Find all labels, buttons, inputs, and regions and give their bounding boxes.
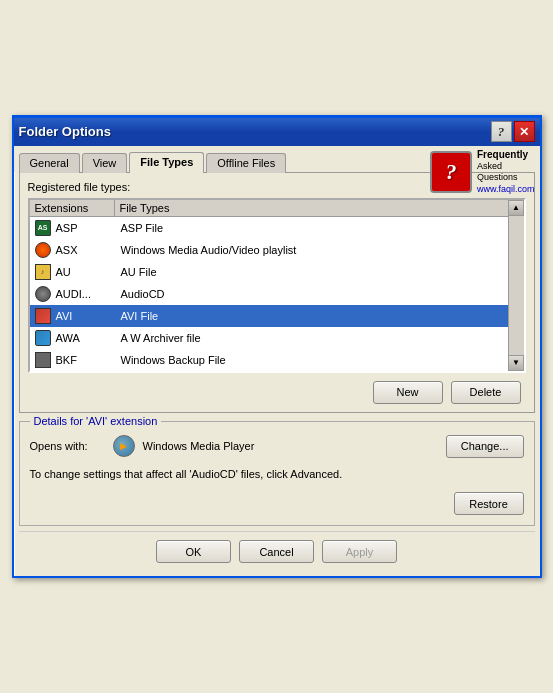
file-ext: AUDI... <box>53 288 118 300</box>
file-type: Windows Backup File <box>118 354 508 366</box>
footer-buttons: OK Cancel Apply <box>19 531 535 571</box>
table-row[interactable]: AUDI... AudioCD <box>30 283 508 305</box>
new-button[interactable]: New <box>373 381 443 404</box>
table-row[interactable]: ♪ AU AU File <box>30 261 508 283</box>
tab-offline-files[interactable]: Offline Files <box>206 153 286 173</box>
file-type: Windows Media Audio/Video playlist <box>118 244 508 256</box>
file-type-buttons: New Delete <box>28 381 526 404</box>
content-area: Registered file types: Extensions File T… <box>19 172 535 413</box>
col-header-extensions: Extensions <box>30 200 115 216</box>
faq-url: www.faqil.com <box>477 184 535 196</box>
file-ext: ASP <box>53 222 118 234</box>
media-player-icon <box>113 435 135 457</box>
table-row[interactable]: AVI AVI File <box>30 305 508 327</box>
faq-icon: ? <box>430 151 472 193</box>
change-button[interactable]: Change... <box>446 435 524 458</box>
close-button[interactable]: ✕ <box>514 121 535 142</box>
file-type: ASP File <box>118 222 508 234</box>
file-ext: ASX <box>53 244 118 256</box>
table-row[interactable]: AWA A W Archiver file <box>30 327 508 349</box>
scroll-track[interactable] <box>509 216 524 355</box>
details-legend: Details for 'AVI' extension <box>30 415 162 427</box>
window-title: Folder Options <box>19 124 111 139</box>
tab-view[interactable]: View <box>82 153 128 173</box>
restore-button[interactable]: Restore <box>454 492 524 515</box>
faq-line1: Frequently <box>477 148 535 161</box>
file-type: AVI File <box>118 310 508 322</box>
file-ext: AU <box>53 266 118 278</box>
scrollbar[interactable]: ▲ ▼ <box>508 200 524 371</box>
tab-bar: General View File Types Offline Files ? … <box>14 146 540 172</box>
file-icon-audi <box>33 285 53 303</box>
info-text: To change settings that affect all 'Audi… <box>30 466 524 483</box>
apply-button[interactable]: Apply <box>322 540 397 563</box>
table-row[interactable]: BKF Windows Backup File <box>30 349 508 371</box>
faq-text: Frequently Asked Questions www.faqil.com <box>477 148 535 196</box>
opens-with-row: Opens with: Windows Media Player Change.… <box>30 435 524 458</box>
opens-with-label: Opens with: <box>30 440 105 452</box>
media-player-name: Windows Media Player <box>143 440 438 452</box>
table-row[interactable]: AS ASP ASP File <box>30 217 508 239</box>
scroll-down-button[interactable]: ▼ <box>508 355 524 371</box>
file-icon-asx <box>33 241 53 259</box>
file-ext: BKF <box>53 354 118 366</box>
scroll-up-button[interactable]: ▲ <box>508 200 524 216</box>
file-type: AU File <box>118 266 508 278</box>
tab-general[interactable]: General <box>19 153 80 173</box>
file-type: AudioCD <box>118 288 508 300</box>
folder-options-window: Folder Options ? ✕ General View File Typ… <box>12 115 542 579</box>
file-ext: AWA <box>53 332 118 344</box>
faq-line2: Asked <box>477 161 535 173</box>
file-list-container[interactable]: Extensions File Types AS ASP ASP File <box>28 198 526 373</box>
ok-button[interactable]: OK <box>156 540 231 563</box>
faq-badge: ? Frequently Asked Questions www.faqil.c… <box>430 148 535 196</box>
col-header-file-types: File Types <box>115 200 524 216</box>
file-list-header: Extensions File Types <box>30 200 524 217</box>
file-ext: AVI <box>53 310 118 322</box>
file-icon-asp: AS <box>33 219 53 237</box>
help-button[interactable]: ? <box>491 121 512 142</box>
tab-file-types[interactable]: File Types <box>129 152 204 173</box>
file-type: A W Archiver file <box>118 332 508 344</box>
faq-line3: Questions <box>477 172 535 184</box>
cancel-button[interactable]: Cancel <box>239 540 314 563</box>
file-icon-awa <box>33 329 53 347</box>
file-icon-bkf <box>33 351 53 369</box>
file-icon-avi <box>33 307 53 325</box>
file-list: AS ASP ASP File ASX Windows Media Audio/… <box>30 217 508 371</box>
restore-row: Restore <box>30 492 524 515</box>
delete-button[interactable]: Delete <box>451 381 521 404</box>
title-bar-controls: ? ✕ <box>491 121 535 142</box>
file-icon-au: ♪ <box>33 263 53 281</box>
table-row[interactable]: ASX Windows Media Audio/Video playlist <box>30 239 508 261</box>
details-group: Details for 'AVI' extension Opens with: … <box>19 421 535 527</box>
title-bar: Folder Options ? ✕ <box>14 118 540 146</box>
